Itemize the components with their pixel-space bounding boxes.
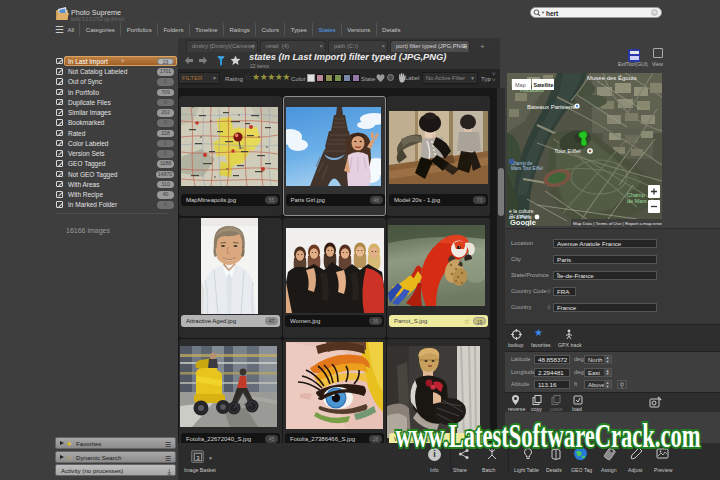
- svg-text:www.LatestSoftwareCrack.com: www.LatestSoftwareCrack.com: [396, 418, 701, 454]
- svg-text:Map Data | Terms of Use | Repo: Map Data | Terms of Use | Report a map e…: [573, 221, 662, 226]
- svg-text:Mars Tour Eiffel: Mars Tour Eiffel: [511, 166, 543, 171]
- svg-text:Map: Map: [515, 82, 526, 88]
- svg-text:Bateaux Parisiens: Bateaux Parisiens: [527, 104, 575, 110]
- svg-text:Musée des Égouts: Musée des Égouts: [587, 75, 637, 81]
- svg-text:Google: Google: [510, 218, 536, 226]
- svg-text:Tour Eiffel: Tour Eiffel: [554, 148, 581, 154]
- svg-text:de Mars: de Mars: [627, 198, 647, 204]
- svg-text:Satellite: Satellite: [534, 82, 554, 88]
